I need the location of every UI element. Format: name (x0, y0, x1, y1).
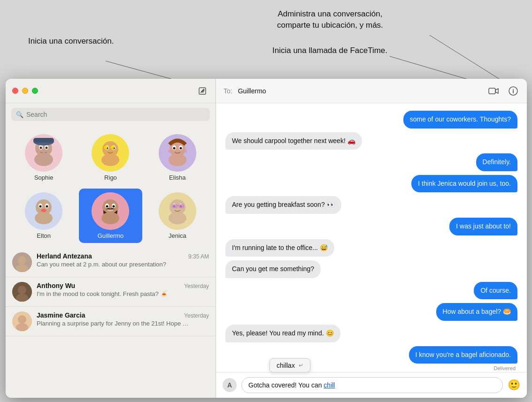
convo-content-anthony: Anthony Wu Yesterday I'm in the mood to … (37, 282, 209, 297)
bubble-2: We should carpool together next week! 🚗 (225, 132, 362, 150)
message-10: How about a bagel? 🥯 (225, 303, 517, 321)
svg-point-45 (113, 205, 115, 208)
contact-name-jenica: Jenica (169, 232, 186, 239)
convo-content-jasmine: Jasmine Garcia Yesterday Planning a surp… (37, 311, 209, 327)
bubble-5: Are you getting breakfast soon? 👀 (225, 196, 341, 214)
jasmine-avatar-img (12, 311, 32, 331)
traffic-lights (12, 88, 38, 94)
message-3: Definitely. (225, 153, 517, 171)
svg-point-31 (169, 154, 186, 166)
avatar-jenica (159, 192, 196, 230)
svg-point-39 (35, 212, 53, 224)
contact-name-elisha: Elisha (169, 174, 185, 181)
bubble-10: How about a bagel? 🥯 (436, 303, 517, 321)
facetime-button[interactable] (487, 85, 500, 97)
contact-name-sophie: Sophie (34, 174, 53, 181)
close-button[interactable] (12, 88, 18, 94)
contact-name-elton: Elton (37, 232, 51, 239)
chat-input-area: A Gotcha covered! You can chill chillax … (216, 372, 527, 398)
convo-time-anthony: Yesterday (184, 283, 209, 289)
chat-input-wrapper: Gotcha covered! You can chill chillax ↵ (241, 377, 503, 393)
contact-elisha[interactable]: Elisha (146, 130, 209, 185)
chat-input-display[interactable]: Gotcha covered! You can chill (241, 377, 503, 393)
avatar-jasmine (12, 311, 32, 331)
bubble-12: I know you're a bagel aficionado. (409, 346, 517, 364)
contact-jenica[interactable]: Jenica (146, 189, 209, 243)
elton-memoji (25, 192, 62, 230)
svg-point-30 (184, 150, 187, 152)
search-input[interactable] (26, 111, 205, 118)
svg-point-11 (40, 147, 42, 149)
svg-point-58 (18, 256, 26, 265)
search-bar[interactable]: 🔍 (11, 108, 210, 121)
convo-anthony[interactable]: Anthony Wu Yesterday I'm in the mood to … (6, 277, 216, 307)
svg-point-12 (46, 147, 48, 149)
compose-icon (198, 87, 207, 95)
annotation-right-top: Administra una conversación, comparte tu… (277, 8, 383, 31)
svg-point-27 (173, 147, 175, 150)
convo-header-herland: Herland Antezana 9:35 AM (37, 252, 209, 260)
svg-rect-53 (172, 204, 177, 208)
guillermo-memoji (92, 192, 129, 230)
bubble-6: I was just about to! (449, 218, 517, 235)
svg-point-64 (18, 315, 26, 324)
convo-name-jasmine: Jasmine Garcia (37, 311, 85, 319)
conversation-list: Herland Antezana 9:35 AM Can you meet at… (6, 248, 216, 398)
svg-point-22 (101, 154, 119, 166)
convo-herland[interactable]: Herland Antezana 9:35 AM Can you meet at… (6, 248, 216, 277)
convo-time-herland: 9:35 AM (188, 253, 209, 260)
convo-content-herland: Herland Antezana 9:35 AM Can you meet at… (37, 252, 209, 268)
convo-name-herland: Herland Antezana (37, 252, 92, 260)
compose-button[interactable] (196, 84, 209, 98)
svg-rect-54 (178, 204, 184, 208)
autocomplete-popup[interactable]: chillax ↵ (270, 358, 310, 372)
svg-point-28 (179, 147, 182, 150)
maximize-button[interactable] (32, 88, 38, 94)
app-store-icon: A (227, 381, 232, 389)
sophie-memoji (25, 134, 62, 172)
emoji-button[interactable]: 🙂 (508, 379, 520, 391)
bubble-1: some of our coworkers. Thoughts? (403, 111, 517, 129)
elisha-memoji (159, 134, 196, 172)
convo-preview-jasmine: Planning a surprise party for Jenny on t… (37, 320, 192, 327)
avatar-anthony (12, 282, 32, 302)
contact-elton[interactable]: Elton (12, 189, 75, 243)
contacts-grid: Sophie (6, 126, 216, 248)
info-button[interactable] (507, 85, 519, 97)
bubble-3: Definitely. (476, 153, 517, 171)
bubble-4: I think Jenica would join us, too. (411, 175, 517, 193)
herland-avatar-img (12, 252, 32, 272)
bubble-8: Can you get me something? (225, 260, 321, 278)
left-panel: 🔍 (6, 79, 216, 398)
convo-preview-anthony: I'm in the mood to cook tonight. Fresh p… (37, 290, 192, 297)
message-1: some of our coworkers. Thoughts? (225, 111, 517, 129)
convo-jasmine[interactable]: Jasmine Garcia Yesterday Planning a surp… (6, 307, 216, 336)
recipient-name: Guillermo (238, 87, 483, 95)
contact-guillermo[interactable]: Guillermo (79, 189, 142, 243)
svg-rect-15 (33, 138, 54, 143)
minimize-button[interactable] (22, 88, 28, 94)
contact-name-rigo: Rigo (104, 174, 117, 181)
avatar-rigo (92, 134, 129, 172)
avatar-herland (12, 252, 32, 272)
svg-point-69 (513, 89, 514, 90)
contact-sophie[interactable]: Sophie (12, 130, 75, 185)
svg-point-44 (106, 205, 108, 208)
right-panel: To: Guillermo (216, 79, 527, 398)
autocomplete-text: chillax (277, 362, 295, 369)
chat-messages: some of our coworkers. Thoughts? We shou… (216, 103, 527, 372)
svg-point-56 (169, 212, 186, 224)
input-text-before: Gotcha covered! You can (248, 381, 324, 389)
svg-point-13 (34, 153, 53, 166)
svg-point-38 (41, 209, 46, 212)
contact-rigo[interactable]: Rigo (79, 130, 142, 185)
autocomplete-arrow: ↵ (299, 362, 303, 369)
avatar-elisha (159, 134, 196, 172)
svg-line-2 (430, 35, 509, 85)
svg-point-29 (168, 150, 171, 152)
app-store-button[interactable]: A (223, 378, 237, 392)
header-actions (487, 85, 519, 97)
info-icon (509, 86, 518, 96)
chat-header: To: Guillermo (216, 79, 527, 103)
svg-rect-66 (489, 88, 495, 94)
